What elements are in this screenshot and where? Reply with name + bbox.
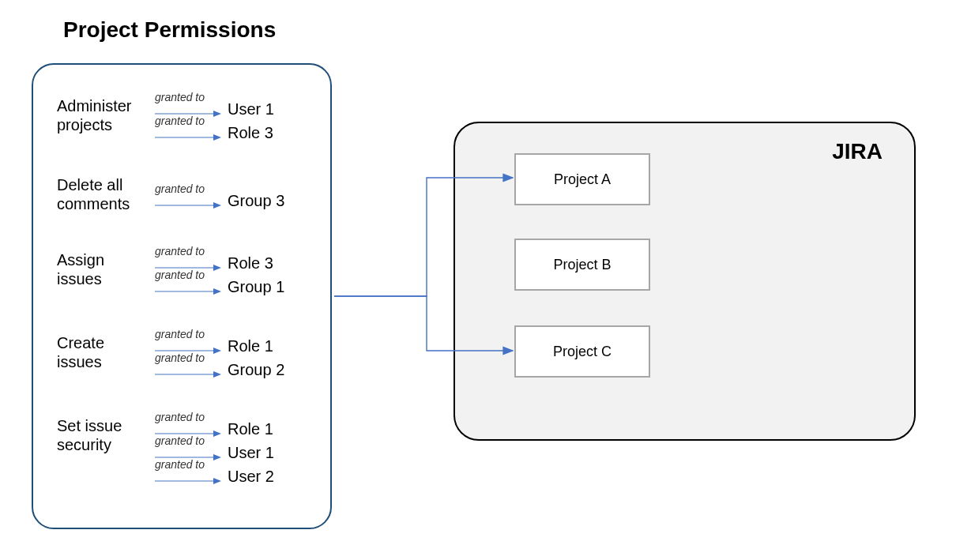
grantee: Role 3: [228, 125, 273, 141]
diagram-title: Project Permissions: [63, 17, 276, 43]
svg-marker-7: [213, 265, 221, 271]
grantee: Role 1: [228, 421, 273, 437]
project-box: Project B: [514, 239, 650, 291]
arrow-icon: [155, 134, 221, 141]
permission-name: Administer projects: [57, 96, 152, 134]
permission-name: Set issue security: [57, 416, 152, 454]
permissions-panel: Administer projects granted to User 1 gr…: [32, 63, 332, 529]
grantee: Role 3: [228, 255, 273, 271]
grantee: User 2: [228, 468, 274, 484]
arrow-icon: [155, 288, 221, 295]
permission-row: Assign issues granted to Role 3 granted …: [57, 250, 318, 295]
grant-list: granted to Role 1 granted to Group 2: [155, 333, 284, 378]
arrow-icon: [155, 202, 221, 209]
permission-row: Set issue security granted to Role 1 gra…: [57, 416, 318, 484]
grant-arrow: granted to: [155, 464, 221, 484]
svg-marker-9: [213, 288, 221, 295]
project-box: Project C: [514, 325, 650, 378]
permission-row: Delete all comments granted to Group 3: [57, 175, 318, 213]
permission-name: Delete all comments: [57, 175, 152, 213]
jira-panel: JIRA Project A Project B Project C: [454, 122, 916, 441]
grant-arrow: granted to: [155, 274, 221, 295]
grantee: Group 2: [228, 362, 284, 378]
grant: granted to Group 2: [155, 357, 284, 378]
permission-name: Assign issues: [57, 250, 152, 288]
grant-label: granted to: [155, 411, 205, 423]
project-box: Project A: [514, 153, 650, 205]
grant-label: granted to: [155, 328, 205, 340]
svg-marker-15: [213, 430, 221, 437]
svg-marker-5: [213, 202, 221, 209]
grant-list: granted to User 1 granted to Role 3: [155, 96, 274, 141]
svg-marker-11: [213, 348, 221, 354]
grant: granted to Role 3: [155, 120, 274, 141]
permission-name: Create issues: [57, 333, 152, 371]
arrow-icon: [155, 371, 221, 378]
grant-arrow: granted to: [155, 120, 221, 141]
grant-label: granted to: [155, 245, 205, 257]
grant-list: granted to Group 3: [155, 188, 284, 209]
permission-row: Administer projects granted to User 1 gr…: [57, 96, 318, 141]
grant-label: granted to: [155, 458, 205, 471]
grant-label: granted to: [155, 269, 205, 281]
project-label: Project B: [553, 257, 611, 273]
grant-label: granted to: [155, 182, 205, 195]
grantee: Group 1: [228, 279, 284, 295]
grant-label: granted to: [155, 351, 205, 364]
svg-marker-13: [213, 371, 221, 378]
grant-list: granted to Role 1 granted to User 1 gran…: [155, 416, 274, 484]
grantee: Group 3: [228, 193, 284, 209]
svg-marker-1: [213, 111, 221, 117]
grant-arrow: granted to: [155, 188, 221, 209]
svg-marker-17: [213, 454, 221, 460]
grant-label: granted to: [155, 115, 205, 127]
grant: granted to User 2: [155, 464, 274, 484]
grant: granted to Group 1: [155, 274, 284, 295]
grant-arrow: granted to: [155, 357, 221, 378]
grant-label: granted to: [155, 434, 205, 447]
grant-label: granted to: [155, 91, 205, 103]
jira-label: JIRA: [832, 139, 883, 164]
permission-row: Create issues granted to Role 1 granted …: [57, 333, 318, 378]
grant-list: granted to Role 3 granted to Group 1: [155, 250, 284, 295]
svg-marker-3: [213, 134, 221, 141]
svg-marker-19: [213, 478, 221, 484]
grantee: User 1: [228, 445, 274, 460]
grant: granted to Group 3: [155, 188, 284, 209]
project-label: Project A: [554, 171, 611, 188]
grantee: User 1: [228, 101, 274, 117]
project-label: Project C: [553, 344, 612, 360]
arrow-icon: [155, 478, 221, 484]
grantee: Role 1: [228, 338, 273, 354]
